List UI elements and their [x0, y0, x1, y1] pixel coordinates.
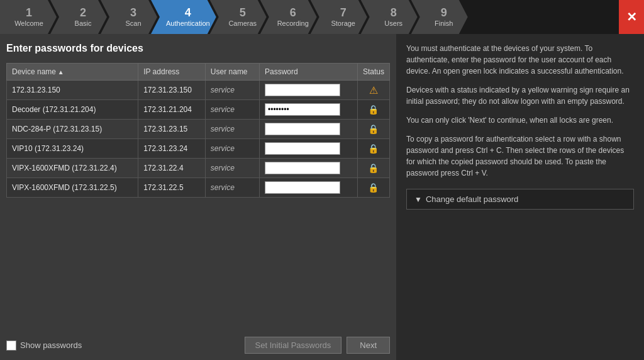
- left-panel: Enter passwords for devices Device name …: [0, 34, 396, 360]
- bottom-bar: Show passwords Set Initial Passwords Nex…: [6, 332, 390, 354]
- cell-status: ⚠: [357, 81, 389, 100]
- nav-num-2: 2: [80, 7, 86, 18]
- cell-device-name: VIPX-1600XFMD (172.31.22.5): [7, 178, 138, 198]
- bottom-right-buttons: Set Initial Passwords Next: [245, 337, 390, 354]
- nav-item-basic[interactable]: 2 Basic: [50, 0, 107, 34]
- password-input[interactable]: [265, 181, 340, 194]
- nav-label-recording: Recording: [277, 20, 309, 27]
- main-content: Enter passwords for devices Device name …: [0, 34, 644, 360]
- cell-status: 🔒: [357, 120, 389, 139]
- lock-icon: 🔒: [368, 143, 379, 154]
- cell-password[interactable]: [260, 100, 358, 120]
- nav-item-welcome[interactable]: 1 Welcome: [0, 0, 57, 34]
- nav-label-authentication: Authentication: [166, 20, 210, 27]
- col-ip-address[interactable]: IP address: [138, 64, 206, 81]
- close-button[interactable]: ✕: [619, 0, 644, 34]
- cell-status: 🔒: [357, 178, 389, 198]
- top-navigation: 1 Welcome 2 Basic 3 Scan 4 Authenticatio…: [0, 0, 644, 34]
- nav-num-7: 7: [340, 7, 347, 18]
- nav-item-storage[interactable]: 7 Storage: [311, 0, 367, 34]
- nav-num-1: 1: [26, 7, 32, 18]
- right-panel: You must authenticate at the devices of …: [396, 34, 644, 360]
- cell-username: service: [205, 139, 259, 159]
- nav-item-cameras[interactable]: 5 Cameras: [210, 0, 267, 34]
- nav-num-5: 5: [240, 7, 246, 18]
- cell-username: service: [205, 100, 259, 120]
- help-text-2: Devices with a status indicated by a yel…: [406, 84, 634, 107]
- lock-icon: 🔒: [368, 124, 379, 134]
- cell-device-name: VIPX-1600XFMD (172.31.22.4): [7, 159, 138, 178]
- nav-num-6: 6: [290, 7, 296, 18]
- table-row[interactable]: VIP10 (172.31.23.24)172.31.23.24service🔒: [7, 139, 390, 159]
- table-row[interactable]: Decoder (172.31.21.204)172.31.21.204serv…: [7, 100, 390, 120]
- cell-password[interactable]: [260, 139, 358, 159]
- lock-icon: 🔒: [368, 183, 379, 193]
- cell-password[interactable]: [260, 120, 358, 139]
- nav-label-users: Users: [384, 20, 402, 27]
- cell-status: 🔒: [357, 139, 389, 159]
- cell-ip-address: 172.31.22.5: [138, 178, 206, 198]
- show-passwords-checkbox[interactable]: [6, 340, 16, 351]
- nav-label-welcome: Welcome: [14, 20, 43, 27]
- password-input[interactable]: [265, 142, 340, 155]
- panel-title: Enter passwords for devices: [6, 40, 390, 57]
- table-row[interactable]: 172.31.23.150172.31.23.150service⚠: [7, 81, 390, 100]
- cell-device-name: NDC-284-P (172.31.23.15): [7, 120, 138, 139]
- nav-item-scan[interactable]: 3 Scan: [101, 0, 157, 34]
- cell-status: 🔒: [357, 159, 389, 178]
- password-input[interactable]: [265, 123, 340, 135]
- cell-ip-address: 172.31.21.204: [138, 100, 206, 120]
- nav-num-3: 3: [130, 7, 136, 18]
- nav-num-8: 8: [391, 7, 397, 18]
- cell-username: service: [205, 159, 259, 178]
- nav-label-scan: Scan: [125, 20, 141, 27]
- help-text-1: You must authenticate at the devices of …: [406, 43, 634, 77]
- cell-ip-address: 172.31.23.150: [138, 81, 206, 100]
- nav-item-recording[interactable]: 6 Recording: [260, 0, 317, 34]
- nav-label-cameras: Cameras: [228, 20, 257, 27]
- show-passwords-label: Show passwords: [20, 340, 82, 350]
- help-text-3: You can only click 'Next' to continue, w…: [406, 115, 634, 126]
- col-password[interactable]: Password: [260, 64, 358, 81]
- col-status[interactable]: Status: [357, 64, 389, 81]
- nav-label-basic: Basic: [75, 20, 92, 27]
- cell-password[interactable]: [260, 81, 358, 100]
- help-text-4: To copy a password for authentication se…: [406, 133, 634, 179]
- cell-status: 🔒: [357, 100, 389, 120]
- nav-label-storage: Storage: [331, 20, 355, 27]
- cell-ip-address: 172.31.23.24: [138, 139, 206, 159]
- table-row[interactable]: VIPX-1600XFMD (172.31.22.4)172.31.22.4se…: [7, 159, 390, 178]
- device-table: Device name IP address User name Passwor…: [6, 63, 390, 198]
- warning-icon: ⚠: [369, 85, 378, 96]
- nav-item-users[interactable]: 8 Users: [361, 0, 418, 34]
- show-passwords-area: Show passwords: [6, 340, 82, 351]
- password-input[interactable]: [265, 103, 340, 116]
- cell-device-name: Decoder (172.31.21.204): [7, 100, 138, 120]
- col-username[interactable]: User name: [205, 64, 259, 81]
- table-row[interactable]: NDC-284-P (172.31.23.15)172.31.23.15serv…: [7, 120, 390, 139]
- nav-item-finish[interactable]: 9 Finish: [411, 0, 468, 34]
- cell-ip-address: 172.31.23.15: [138, 120, 206, 139]
- next-button[interactable]: Next: [347, 337, 390, 354]
- table-row[interactable]: VIPX-1600XFMD (172.31.22.5)172.31.22.5se…: [7, 178, 390, 198]
- nav-item-authentication[interactable]: 4 Authentication: [151, 0, 216, 34]
- cell-device-name: VIP10 (172.31.23.24): [7, 139, 138, 159]
- col-device-name[interactable]: Device name: [7, 64, 138, 81]
- cell-username: service: [205, 120, 259, 139]
- cell-device-name: 172.31.23.150: [7, 81, 138, 100]
- chevron-down-icon: ▼: [414, 195, 422, 204]
- lock-icon: 🔒: [368, 163, 379, 173]
- change-default-password-button[interactable]: ▼ Change default password: [406, 189, 634, 210]
- cell-username: service: [205, 81, 259, 100]
- cell-password[interactable]: [260, 178, 358, 198]
- password-input[interactable]: [265, 162, 340, 174]
- cell-username: service: [205, 178, 259, 198]
- password-input[interactable]: [265, 84, 340, 96]
- cell-password[interactable]: [260, 159, 358, 178]
- nav-num-4: 4: [185, 7, 191, 18]
- change-password-label: Change default password: [426, 194, 518, 204]
- lock-icon: 🔒: [368, 104, 379, 115]
- nav-num-9: 9: [441, 7, 447, 18]
- nav-label-finish: Finish: [435, 20, 453, 27]
- set-initial-passwords-button[interactable]: Set Initial Passwords: [245, 337, 342, 354]
